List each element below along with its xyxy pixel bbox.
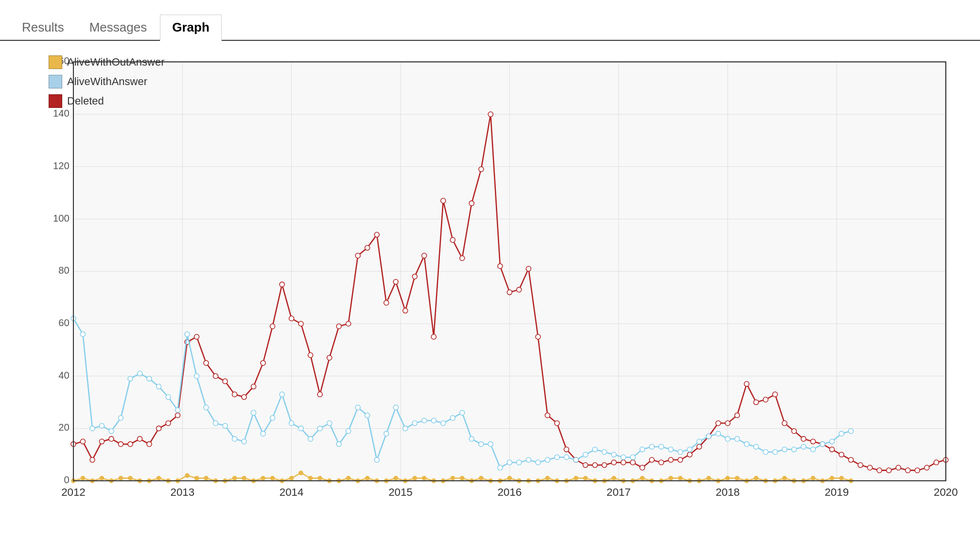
svg-point-38: [80, 439, 85, 444]
svg-point-140: [166, 395, 171, 400]
svg-point-294: [840, 476, 843, 480]
svg-point-134: [109, 429, 114, 434]
svg-point-62: [308, 353, 313, 358]
svg-point-56: [251, 384, 256, 389]
svg-point-183: [574, 457, 578, 462]
svg-point-238: [309, 476, 313, 480]
svg-point-247: [394, 476, 398, 480]
svg-point-236: [290, 476, 294, 480]
svg-point-157: [327, 421, 332, 426]
svg-point-174: [488, 442, 493, 447]
svg-point-249: [413, 476, 417, 480]
tab-results[interactable]: Results: [10, 15, 76, 40]
chart-container: AliveWithOutAnswer AliveWithAnswer Delet…: [0, 41, 980, 541]
svg-point-124: [896, 465, 901, 470]
svg-point-77: [450, 238, 455, 243]
svg-point-119: [848, 457, 853, 462]
tab-graph[interactable]: Graph: [160, 15, 222, 41]
svg-point-105: [716, 421, 720, 426]
svg-point-74: [422, 253, 427, 258]
svg-point-118: [839, 452, 844, 457]
svg-point-253: [451, 476, 455, 480]
svg-text:2017: 2017: [607, 486, 631, 498]
svg-point-216: [100, 476, 104, 480]
svg-point-113: [791, 429, 796, 434]
svg-point-211: [839, 431, 844, 436]
svg-point-128: [934, 460, 939, 465]
svg-point-143: [194, 374, 199, 379]
svg-point-144: [204, 405, 209, 410]
svg-point-204: [772, 450, 777, 454]
svg-point-141: [175, 408, 180, 413]
chart-legend: AliveWithOutAnswer AliveWithAnswer Delet…: [49, 55, 165, 108]
svg-text:2013: 2013: [170, 486, 194, 498]
svg-point-190: [640, 447, 645, 452]
svg-point-178: [526, 457, 531, 462]
svg-point-288: [783, 476, 787, 480]
svg-point-57: [261, 361, 265, 366]
svg-point-70: [384, 300, 389, 305]
svg-point-95: [621, 460, 626, 465]
svg-text:40: 40: [58, 370, 70, 381]
svg-point-202: [753, 444, 758, 449]
svg-point-120: [858, 463, 863, 468]
line-chart: 0204060801001201401602012201320142015201…: [39, 51, 961, 512]
svg-point-133: [99, 423, 104, 428]
tab-bar: Results Messages Graph: [0, 0, 980, 41]
svg-point-152: [280, 392, 284, 397]
svg-point-43: [128, 442, 133, 447]
svg-point-179: [536, 460, 541, 465]
svg-point-93: [602, 463, 607, 468]
svg-point-78: [460, 256, 465, 261]
svg-text:2018: 2018: [716, 486, 740, 498]
svg-point-208: [810, 447, 815, 452]
svg-point-47: [166, 421, 171, 426]
svg-point-181: [555, 455, 560, 460]
svg-point-72: [403, 308, 408, 313]
svg-text:80: 80: [58, 265, 70, 276]
svg-point-96: [630, 460, 635, 465]
svg-point-154: [298, 426, 303, 431]
svg-point-136: [128, 376, 133, 381]
legend-label-alive-with-answer: AliveWithAnswer: [67, 75, 147, 88]
svg-point-175: [498, 465, 503, 470]
svg-point-291: [811, 476, 815, 480]
svg-point-270: [612, 476, 616, 480]
svg-point-186: [602, 450, 607, 454]
svg-text:2020: 2020: [934, 486, 958, 498]
svg-point-164: [393, 405, 398, 410]
svg-point-117: [829, 447, 834, 452]
svg-point-76: [441, 198, 446, 203]
svg-text:2014: 2014: [280, 486, 304, 498]
svg-point-210: [829, 439, 834, 444]
svg-point-266: [574, 476, 578, 480]
tab-messages[interactable]: Messages: [77, 15, 159, 40]
svg-point-126: [915, 468, 920, 473]
svg-point-198: [716, 431, 720, 436]
svg-point-131: [80, 332, 85, 336]
svg-point-177: [517, 460, 522, 465]
svg-point-103: [697, 444, 701, 449]
svg-point-88: [555, 421, 560, 426]
svg-point-163: [384, 431, 389, 436]
svg-text:2019: 2019: [824, 486, 849, 498]
svg-point-58: [270, 324, 275, 329]
svg-point-81: [488, 112, 493, 117]
svg-point-44: [137, 436, 142, 441]
svg-text:2015: 2015: [388, 486, 413, 498]
svg-point-60: [289, 316, 294, 321]
svg-point-84: [517, 287, 522, 292]
svg-point-148: [242, 439, 246, 444]
svg-point-66: [346, 321, 351, 326]
legend-color-alive-with-answer: [49, 75, 62, 88]
svg-point-100: [668, 457, 673, 462]
svg-point-99: [659, 460, 664, 465]
svg-point-156: [317, 426, 322, 431]
svg-point-199: [725, 436, 730, 441]
svg-point-91: [583, 463, 588, 468]
svg-point-169: [441, 421, 446, 426]
svg-point-184: [583, 452, 588, 457]
svg-point-259: [508, 476, 511, 480]
svg-point-155: [308, 436, 313, 441]
svg-point-65: [336, 324, 341, 329]
